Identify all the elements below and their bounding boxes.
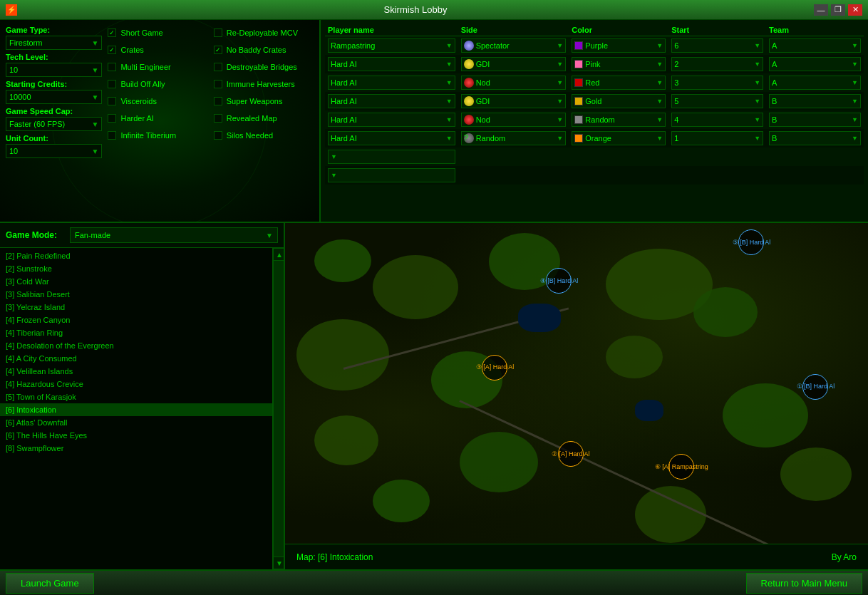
player-team-dropdown-5[interactable]: B ▼ (769, 131, 861, 145)
player-side-text-3: GDI (476, 97, 557, 105)
restore-button[interactable]: ❐ (831, 4, 845, 16)
player-start-dropdown-4[interactable]: 4 ▼ (671, 113, 763, 127)
player-side-dropdown-3[interactable]: GDI ▼ (461, 94, 567, 108)
player-side-cell-0: Spectator ▼ (458, 36, 569, 55)
map-item-8[interactable]: [4] A City Consumed (0, 352, 272, 365)
checkbox-label-col3-0: Re-Deployable MCV (227, 29, 298, 37)
player-side-dropdown-5[interactable]: ?Random ▼ (461, 131, 567, 145)
map-item-15[interactable]: [8] Swampflower (0, 442, 272, 455)
player-team-dropdown-2[interactable]: A ▼ (769, 76, 861, 90)
game-type-dropdown[interactable]: Firestorm ▼ (6, 36, 102, 50)
player-team-dropdown-3[interactable]: B ▼ (769, 94, 861, 108)
checkbox-col2-6[interactable]: Infinite Tiberium (108, 128, 207, 143)
map-item-6[interactable]: [4] Tiberian Ring (0, 326, 272, 339)
map-item-0[interactable]: [2] Pain Redefined (0, 249, 272, 262)
player-team-dropdown-1[interactable]: A ▼ (769, 57, 861, 71)
player-color-text-0: Purple (585, 41, 656, 50)
starting-credits-label: Starting Credits: (6, 80, 102, 88)
checkbox-col2-0[interactable]: ✓Short Game (108, 26, 207, 40)
player-name-dropdown-3[interactable]: Hard AI ▼ (328, 94, 455, 108)
map-item-3[interactable]: [3] Salibian Desert (0, 288, 272, 301)
map-item-14[interactable]: [6] The Hills Have Eyes (0, 429, 272, 442)
player-color-dropdown-2[interactable]: Red ▼ (572, 76, 666, 90)
checkbox-col3-0[interactable]: Re-Deployable MCV (214, 26, 314, 40)
map-item-5[interactable]: [4] Frozen Canyon (0, 314, 272, 326)
player-side-arrow-1: ▼ (557, 61, 563, 68)
tech-level-dropdown[interactable]: 10 ▼ (6, 63, 102, 77)
game-mode-dropdown[interactable]: Fan-made ▼ (70, 227, 278, 243)
player-name-dropdown-2[interactable]: Hard AI ▼ (328, 76, 455, 90)
map-item-12[interactable]: [6] Intoxication (0, 403, 272, 416)
player-side-cell-4: Nod ▼ (458, 110, 569, 129)
player-color-dropdown-5[interactable]: Orange ▼ (572, 131, 666, 145)
return-to-main-menu-button[interactable]: Return to Main Menu (746, 573, 862, 594)
map-item-7[interactable]: [4] Desolation of the Evergreen (0, 339, 272, 352)
map-item-13[interactable]: [6] Atlas' Downfall (0, 416, 272, 429)
player-name-arrow-5: ▼ (446, 135, 453, 142)
checkbox-col2-1[interactable]: ✓Crates (108, 43, 207, 57)
scroll-down-button[interactable]: ▼ (273, 557, 284, 569)
unit-count-dropdown[interactable]: 10 ▼ (6, 144, 102, 158)
player-name-dropdown-0[interactable]: Rampastring ▼ (328, 38, 455, 53)
player-side-dropdown-2[interactable]: Nod ▼ (461, 76, 567, 90)
checkbox-box-col2-2 (108, 63, 116, 71)
player-name-cell-1: Hard AI ▼ (325, 55, 458, 73)
checkbox-col3-2[interactable]: Destroyable Bridges (214, 60, 314, 74)
map-item-11[interactable]: [5] Town of Karasjok (0, 390, 272, 403)
map-name-label: Map: [6] Intoxication (296, 552, 373, 562)
player-name-dropdown-4[interactable]: Hard AI ▼ (328, 113, 455, 127)
checkbox-col3-6[interactable]: Silos Needed (214, 128, 314, 143)
player-color-text-1: Pink (585, 60, 656, 68)
player-side-arrow-2: ▼ (557, 79, 563, 86)
player-color-dropdown-4[interactable]: Random ▼ (572, 113, 666, 127)
player-team-dropdown-4[interactable]: B ▼ (769, 113, 861, 127)
launch-game-button[interactable]: Launch Game (6, 573, 94, 594)
player-start-arrow-4: ▼ (754, 116, 760, 123)
title-bar: ⚡ Skirmish Lobby — ❐ ✕ (0, 0, 868, 20)
scroll-up-button[interactable]: ▲ (273, 248, 284, 261)
checkbox-col2-2[interactable]: Multi Engineer (108, 60, 207, 74)
map-item-9[interactable]: [4] Velillean Islands (0, 365, 272, 378)
player-team-dropdown-0[interactable]: A ▼ (769, 38, 861, 53)
map-item-2[interactable]: [3] Cold War (0, 275, 272, 288)
checkbox-label-col3-4: Super Weapons (227, 97, 283, 105)
minimize-button[interactable]: — (814, 4, 828, 16)
player-color-dropdown-0[interactable]: Purple ▼ (572, 38, 666, 53)
player-empty-${i}[interactable]: ▼ (328, 150, 455, 164)
player-color-dropdown-3[interactable]: Gold ▼ (572, 94, 666, 108)
player-start-dropdown-3[interactable]: 5 ▼ (671, 94, 763, 108)
game-speed-dropdown[interactable]: Faster (60 FPS) ▼ (6, 117, 102, 131)
player-start-dropdown-2[interactable]: 3 ▼ (671, 76, 763, 90)
map-item-1[interactable]: [2] Sunstroke (0, 262, 272, 275)
player-start-text-3: 5 (674, 97, 754, 105)
checkbox-col3-4[interactable]: Super Weapons (214, 94, 314, 108)
checkbox-col3-5[interactable]: Revealed Map (214, 111, 314, 125)
checkbox-col2-4[interactable]: Visceroids (108, 94, 207, 108)
game-speed-value: Faster (60 FPS) (9, 120, 92, 128)
checkbox-col3-1[interactable]: ✓No Baddy Crates (214, 43, 314, 57)
map-item-10[interactable]: [4] Hazardous Crevice (0, 378, 272, 390)
map-item-4[interactable]: [3] Yelcraz Island (0, 301, 272, 314)
player-start-dropdown-0[interactable]: 6 ▼ (671, 38, 763, 53)
player-color-dropdown-1[interactable]: Pink ▼ (572, 57, 666, 71)
checkbox-label-col2-5: Harder AI (120, 114, 153, 123)
player-start-dropdown-5[interactable]: 1 ▼ (671, 131, 763, 145)
player-name-dropdown-1[interactable]: Hard AI ▼ (328, 57, 455, 71)
player-empty-${i}[interactable]: ▼ (328, 168, 455, 182)
map-list-scroll[interactable]: [2] Pain Redefined[2] Sunstroke[3] Cold … (0, 248, 272, 569)
player-team-arrow-4: ▼ (852, 116, 858, 123)
player-side-dropdown-1[interactable]: GDI ▼ (461, 57, 567, 71)
player-start-dropdown-1[interactable]: 2 ▼ (671, 57, 763, 71)
player-side-dropdown-4[interactable]: Nod ▼ (461, 113, 567, 127)
player-side-dropdown-0[interactable]: Spectator ▼ (461, 38, 567, 53)
checkbox-col3-3[interactable]: Immune Harvesters (214, 77, 314, 91)
player-start-text-4: 4 (674, 115, 754, 124)
player-start-arrow-0: ▼ (754, 42, 760, 49)
close-button[interactable]: ✕ (848, 4, 862, 16)
checkbox-col2-3[interactable]: Build Off Ally (108, 77, 207, 91)
player-name-dropdown-5[interactable]: Hard AI ▼ (328, 131, 455, 145)
checkbox-col2-5[interactable]: Harder AI (108, 111, 207, 125)
starting-credits-dropdown[interactable]: 10000 ▼ (6, 90, 102, 104)
player-color-cell-3: Gold ▼ (569, 92, 668, 110)
player-color-arrow-1: ▼ (656, 61, 663, 68)
